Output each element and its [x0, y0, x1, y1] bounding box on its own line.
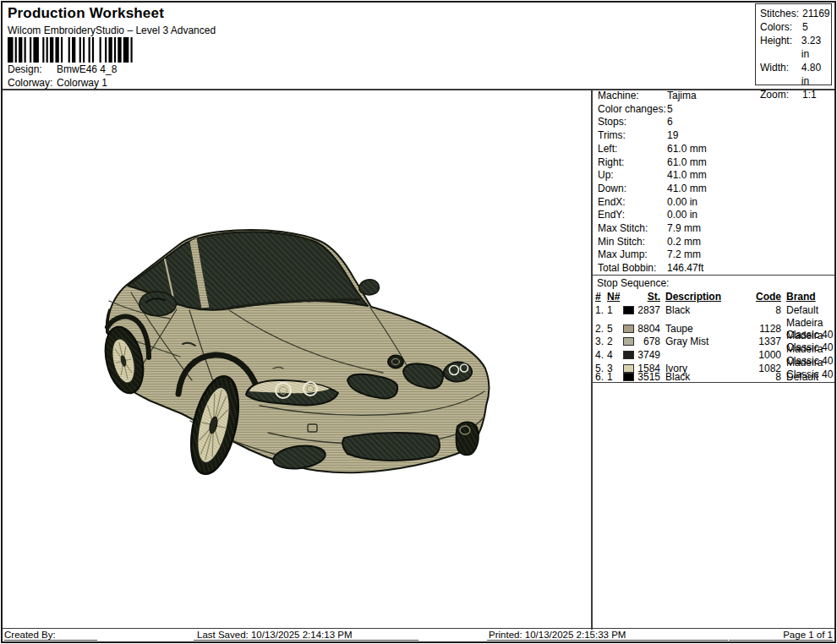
stop-row: 2.5 8804 Taupe 1128 Madeira Classic 40	[595, 317, 834, 330]
bumper-intake-right	[342, 433, 440, 461]
colorway-label: Colorway:	[8, 77, 57, 89]
thread-swatch	[623, 306, 634, 314]
stop-sequence-divider	[593, 275, 834, 276]
printed-field: Printed: 10/13/2025 2:15:33 PM	[487, 629, 728, 641]
created-by-field: Created By:	[4, 629, 97, 641]
machine-row: Right:61.0 mm	[594, 156, 834, 170]
thread-swatch	[623, 364, 634, 373]
thread-swatch	[623, 325, 634, 333]
car-embroidery-graphic	[102, 225, 491, 487]
panel-divider	[591, 89, 593, 630]
machine-row: Stops:6	[594, 116, 834, 129]
colorway-row: Colorway: Colorway 1	[8, 77, 107, 89]
machine-row: Up:41.0 mm	[594, 169, 834, 183]
machine-row: Min Stitch:0.2 mm	[594, 236, 834, 249]
design-label: Design:	[8, 63, 57, 75]
thread-swatch	[623, 373, 634, 381]
design-row: Design: BmwE46 4_8	[8, 63, 117, 75]
machine-row: EndX:0.00 in	[594, 196, 834, 210]
stop-sequence-header-row: # N# St. Description Code Brand	[595, 290, 834, 303]
production-worksheet-page: Production Worksheet Wilcom EmbroiderySt…	[1, 1, 836, 643]
bmw-roundel	[388, 356, 403, 368]
page-title: Production Worksheet	[8, 5, 164, 22]
machine-row: Trims:19	[594, 129, 834, 143]
design-barcode	[8, 37, 136, 63]
headlight-right	[444, 362, 472, 381]
machine-row: Left:61.0 mm	[594, 143, 834, 156]
stop-sequence-table: # N# St. Description Code Brand 1.1 2837…	[595, 290, 834, 384]
page-number-field: Page 1 of 1	[729, 629, 833, 641]
machine-row: Max Jump:7.2 mm	[594, 248, 834, 262]
machine-row: Max Stitch:7.9 mm	[594, 222, 834, 236]
design-value: BmwE46 4_8	[57, 63, 117, 75]
stop-sequence-bottom-divider	[593, 382, 834, 383]
stop-row: 1.1 2837 Black 8 Default	[595, 303, 834, 317]
page-footer: Created By: Last Saved: 10/13/2025 2:14:…	[3, 628, 834, 641]
last-saved-field: Last Saved: 10/13/2025 2:14:13 PM	[194, 629, 418, 641]
software-subtitle: Wilcom EmbroideryStudio – Level 3 Advanc…	[8, 25, 216, 36]
side-mirror-right	[359, 280, 379, 295]
design-stats-box: Stitches:21169 Colors:5 Height:3.23 in W…	[755, 3, 832, 85]
machine-row: Machine:Tajima	[594, 90, 834, 103]
thread-swatch	[623, 351, 634, 359]
machine-row: Down:41.0 mm	[594, 183, 834, 196]
stat-row-width: Width:4.80 in	[760, 61, 831, 88]
stop-sequence-title: Stop Sequence:	[597, 277, 669, 289]
thread-swatch	[623, 337, 634, 346]
stat-row-stitches: Stitches:21169	[760, 7, 831, 20]
machine-row: Color changes:5	[594, 103, 834, 117]
machine-info-panel: Machine:Tajima Color changes:5 Stops:6 T…	[594, 90, 834, 276]
colorway-value: Colorway 1	[57, 77, 107, 89]
machine-row: EndY:0.00 in	[594, 209, 834, 222]
stat-row-height: Height:3.23 in	[760, 34, 831, 61]
side-mirror-left	[140, 292, 177, 316]
machine-row: Total Bobbin:146.47ft	[594, 262, 834, 276]
stat-row-colors: Colors:5	[760, 20, 831, 34]
